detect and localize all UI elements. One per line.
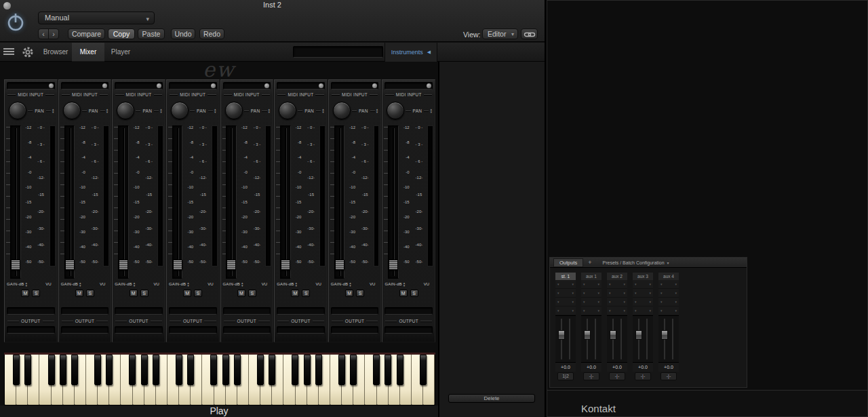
chevron-down-icon[interactable]: ▾	[572, 291, 574, 295]
chevron-down-icon[interactable]: ▾	[635, 300, 637, 304]
gain-fader-handle[interactable]	[173, 260, 182, 270]
gain-stepper[interactable]: ▴ ▾	[187, 281, 189, 287]
settings-gear-icon[interactable]	[22, 46, 34, 58]
output-config-row[interactable]: ▾ ▾	[658, 298, 679, 306]
pan-knob[interactable]	[171, 102, 189, 119]
output-config-row[interactable]: ▾ ▾	[555, 289, 576, 298]
chevron-down-icon[interactable]: ▾	[583, 291, 585, 295]
chevron-down-icon[interactable]: ▾	[572, 309, 574, 313]
gain-stepper[interactable]: ▴ ▾	[349, 281, 351, 287]
output-config-row[interactable]: ▾ ▾	[633, 289, 653, 298]
gain-stepper[interactable]: ▴ ▾	[134, 281, 136, 287]
piano-black-key[interactable]	[257, 355, 264, 385]
chevron-down-icon[interactable]: ▾	[660, 309, 663, 313]
view-dropdown[interactable]: Editor ▾	[482, 28, 518, 39]
chevron-down-icon[interactable]: ▾	[557, 282, 559, 286]
instrument-slot[interactable]	[223, 82, 271, 90]
gain-fader-handle[interactable]	[281, 260, 290, 270]
output-fader-handle[interactable]	[661, 330, 668, 340]
gain-fader[interactable]	[10, 125, 21, 279]
solo-button[interactable]: S	[140, 290, 149, 297]
gain-stepper[interactable]: ▴ ▾	[403, 281, 406, 287]
gain-fader[interactable]	[388, 125, 399, 279]
pan-knob[interactable]	[279, 102, 296, 119]
chevron-down-icon[interactable]: ▾	[660, 300, 663, 304]
output-config-row[interactable]: ▾ ▾	[555, 280, 576, 289]
stepper-down-icon[interactable]: ▾	[349, 284, 351, 287]
fx-slot[interactable]	[331, 307, 379, 315]
output-channel-name[interactable]: aux 3	[633, 273, 653, 280]
output-channel-name[interactable]: aux 1	[581, 273, 601, 280]
fx-slot[interactable]	[169, 307, 217, 315]
chevron-down-icon[interactable]: ▾	[675, 282, 677, 286]
solo-button[interactable]: S	[302, 290, 310, 297]
chevron-down-icon[interactable]: ▾	[623, 291, 625, 295]
output-routing-button[interactable]: -|-	[660, 372, 677, 380]
pan-stepper[interactable]: ▴ ▾	[106, 108, 108, 113]
pan-stepper[interactable]: ▴ ▾	[160, 108, 162, 113]
chevron-down-icon[interactable]: ▾	[623, 300, 625, 304]
solo-button[interactable]: S	[248, 290, 256, 297]
output-slot[interactable]	[169, 326, 217, 334]
pan-knob[interactable]	[117, 102, 134, 119]
chevron-down-icon[interactable]: ▾	[623, 309, 625, 313]
stepper-down-icon[interactable]: ▾	[52, 111, 54, 113]
gain-fader[interactable]	[280, 125, 291, 279]
chevron-down-icon[interactable]: ▾	[597, 309, 599, 313]
fx-slot[interactable]	[384, 307, 433, 315]
gain-fader[interactable]	[64, 125, 75, 279]
output-fader-handle[interactable]	[610, 330, 616, 340]
piano-black-key[interactable]	[234, 355, 241, 385]
stepper-down-icon[interactable]: ▾	[296, 284, 298, 287]
output-config-row[interactable]: ▾ ▾	[658, 306, 679, 315]
output-channel-name[interactable]: st. 1	[555, 273, 576, 280]
piano-black-key[interactable]	[141, 355, 148, 385]
chevron-down-icon[interactable]: ▾	[572, 300, 574, 304]
menu-icon[interactable]	[3, 48, 14, 56]
output-fader[interactable]	[658, 315, 679, 363]
piano-black-key[interactable]	[210, 355, 217, 385]
instrument-slot[interactable]	[7, 82, 55, 90]
output-channel-name[interactable]: aux 2	[607, 273, 627, 280]
piano-black-key[interactable]	[24, 355, 31, 385]
output-slot[interactable]	[61, 326, 109, 334]
gain-fader-handle[interactable]	[226, 260, 236, 270]
chevron-down-icon[interactable]: ▾	[675, 309, 677, 313]
chevron-down-icon[interactable]: ▾	[597, 291, 599, 295]
gain-stepper[interactable]: ▴ ▾	[296, 281, 298, 287]
fx-slot[interactable]	[7, 307, 55, 315]
pan-knob[interactable]	[63, 102, 81, 119]
copy-button[interactable]: Copy	[108, 28, 135, 39]
outputs-tab[interactable]: Outputs	[553, 258, 583, 267]
gain-fader[interactable]	[226, 125, 237, 279]
pan-stepper[interactable]: ▴ ▾	[214, 108, 216, 113]
piano-black-key[interactable]	[60, 355, 66, 385]
chevron-down-icon[interactable]: ▾	[649, 309, 651, 313]
instrument-slot[interactable]	[115, 82, 163, 90]
output-slot[interactable]	[384, 326, 433, 334]
piano-black-key[interactable]	[13, 355, 20, 385]
stepper-down-icon[interactable]: ▾	[430, 111, 432, 113]
instrument-slot[interactable]	[384, 82, 433, 90]
chevron-down-icon[interactable]: ▾	[609, 309, 611, 313]
stepper-down-icon[interactable]: ▾	[403, 284, 406, 287]
mute-button[interactable]: M	[21, 290, 29, 297]
output-slot[interactable]	[331, 326, 379, 334]
output-config-row[interactable]: ▾ ▾	[555, 298, 576, 306]
stepper-down-icon[interactable]: ▾	[376, 111, 378, 113]
chevron-down-icon[interactable]: ▾	[675, 300, 677, 304]
solo-button[interactable]: S	[410, 290, 418, 297]
output-fader[interactable]	[633, 315, 653, 363]
redo-button[interactable]: Redo	[199, 28, 224, 39]
output-config-row[interactable]: ▾ ▾	[658, 289, 679, 298]
piano-black-key[interactable]	[48, 355, 55, 385]
chevron-down-icon[interactable]: ▾	[675, 291, 677, 295]
fx-slot[interactable]	[115, 307, 163, 315]
pan-stepper[interactable]: ▴ ▾	[376, 108, 378, 113]
chevron-down-icon[interactable]: ▾	[597, 300, 599, 304]
compare-button[interactable]: Compare	[68, 28, 105, 39]
piano-black-key[interactable]	[129, 355, 136, 385]
pan-knob[interactable]	[333, 102, 351, 119]
output-fader[interactable]	[607, 315, 627, 363]
mute-button[interactable]: M	[237, 290, 245, 297]
